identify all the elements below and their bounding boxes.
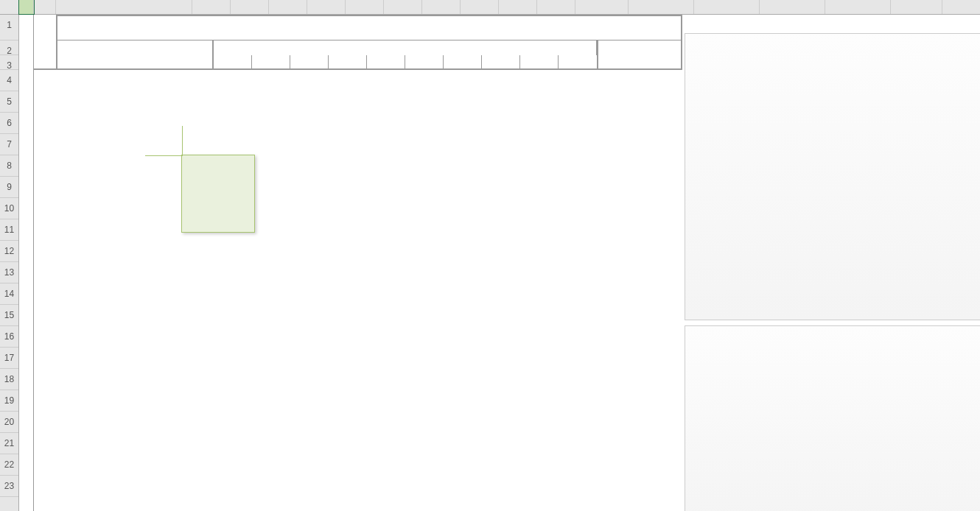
- row-15[interactable]: 15: [0, 305, 18, 326]
- y2022: [329, 55, 367, 68]
- col-B[interactable]: [34, 0, 56, 14]
- y2020: [252, 55, 290, 68]
- y2025: [444, 55, 482, 68]
- proj-header: [597, 40, 650, 55]
- col-E[interactable]: [231, 0, 269, 14]
- row-23[interactable]: 23: [0, 476, 18, 497]
- year-header: [214, 40, 597, 55]
- col-S[interactable]: [891, 0, 942, 14]
- projection-column: [19, 15, 34, 511]
- row-20[interactable]: 20: [0, 412, 18, 433]
- row-19[interactable]: 19: [0, 390, 18, 412]
- row-14[interactable]: 14: [0, 283, 18, 305]
- y2024: [405, 55, 444, 68]
- row-13[interactable]: 13: [0, 262, 18, 283]
- row-4[interactable]: 4: [0, 70, 18, 91]
- y2023: [367, 55, 405, 68]
- table-title: [56, 15, 682, 40]
- col-J[interactable]: [422, 0, 461, 14]
- row-17[interactable]: 17: [0, 348, 18, 369]
- y2019: [214, 55, 252, 68]
- col-D[interactable]: [192, 0, 231, 14]
- row-16[interactable]: 16: [0, 326, 18, 348]
- pie-chart-title: [685, 326, 980, 338]
- row-3[interactable]: 3: [0, 55, 18, 70]
- col-F[interactable]: [269, 0, 307, 14]
- group-column: [34, 15, 56, 511]
- row-7[interactable]: 7: [0, 134, 18, 155]
- col-G[interactable]: [307, 0, 346, 14]
- col-K[interactable]: [461, 0, 499, 14]
- comment-tooltip: [181, 155, 255, 233]
- row-2[interactable]: 2: [0, 40, 18, 55]
- col-P[interactable]: [694, 0, 760, 14]
- col-I[interactable]: [384, 0, 422, 14]
- row-headers: 1 2 3 4 5 6 7 8 9 10 11 12 13 14 15 16 1…: [0, 15, 19, 511]
- row-6[interactable]: 6: [0, 113, 18, 134]
- row-21[interactable]: 21: [0, 433, 18, 454]
- sphere-header: [57, 55, 214, 68]
- col-A[interactable]: [19, 0, 34, 14]
- col-N[interactable]: [575, 0, 629, 14]
- row-18[interactable]: 18: [0, 369, 18, 390]
- y2021: [290, 55, 329, 68]
- y2028: [559, 55, 597, 68]
- row-1[interactable]: 1: [0, 15, 18, 40]
- row-8[interactable]: 8: [0, 155, 18, 177]
- col-L[interactable]: [499, 0, 537, 14]
- col-H[interactable]: [346, 0, 384, 14]
- row-9[interactable]: 9: [0, 177, 18, 198]
- row-5[interactable]: 5: [0, 91, 18, 113]
- col-C[interactable]: [56, 0, 192, 14]
- row-10[interactable]: 10: [0, 198, 18, 219]
- row-22[interactable]: 22: [0, 454, 18, 476]
- y2027: [520, 55, 559, 68]
- col-Q[interactable]: [760, 0, 825, 14]
- row-12[interactable]: 12: [0, 241, 18, 262]
- row-11[interactable]: 11: [0, 219, 18, 241]
- column-headers: [0, 0, 980, 15]
- pie-chart[interactable]: [685, 325, 980, 511]
- radar-chart-title: [685, 34, 980, 46]
- y2026: [482, 55, 520, 68]
- radar-chart[interactable]: [685, 33, 980, 320]
- col-M[interactable]: [537, 0, 575, 14]
- col-O[interactable]: [629, 0, 694, 14]
- proj-year: [597, 55, 650, 68]
- col-R[interactable]: [825, 0, 891, 14]
